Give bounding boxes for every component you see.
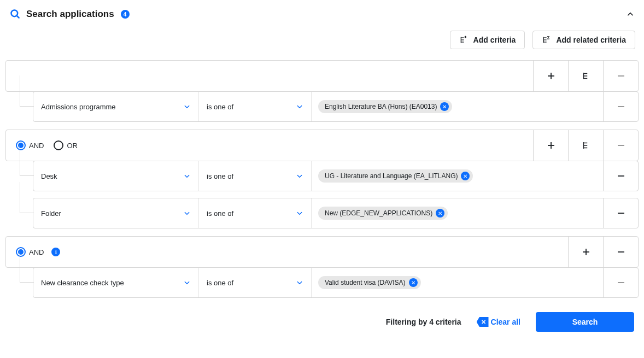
group-tree-button[interactable]: [568, 130, 603, 161]
criteria-row: Admissions programme is one of English L…: [33, 91, 639, 122]
field-label: Folder: [41, 209, 61, 218]
clear-all-label: Clear all: [491, 318, 520, 326]
radio-icon: [54, 140, 63, 150]
field-label: Desk: [41, 172, 57, 180]
add-criteria-icon: [459, 36, 468, 44]
row-remove-button[interactable]: [603, 198, 638, 228]
criteria-group: AND OR: [5, 130, 639, 161]
row-remove-button[interactable]: [603, 92, 638, 121]
add-criteria-button[interactable]: Add criteria: [450, 31, 525, 49]
svg-line-1: [17, 16, 19, 18]
group-add-button[interactable]: [533, 61, 568, 91]
add-related-criteria-label: Add related criteria: [556, 36, 626, 44]
chip-remove-icon[interactable]: ✕: [436, 209, 444, 218]
chip-label: New (EDGE_NEW_APPLICATIONS): [325, 209, 432, 217]
group-add-button[interactable]: [533, 130, 568, 161]
operator-select[interactable]: is one of: [199, 198, 312, 228]
criteria-count-badge: 4: [121, 10, 130, 19]
toolbar: Add criteria Add related criteria: [5, 27, 639, 60]
svg-point-12: [548, 38, 549, 38]
group-tree-button[interactable]: [568, 61, 603, 91]
chevron-down-icon: [296, 103, 303, 110]
criteria-group: [5, 60, 639, 92]
value-chip: English Literature BA (Hons) (EA0013) ✕: [318, 100, 452, 113]
group-remove-button[interactable]: [603, 130, 638, 161]
info-icon[interactable]: i: [51, 248, 60, 256]
field-select[interactable]: Admissions programme: [33, 92, 199, 121]
value-area[interactable]: New (EDGE_NEW_APPLICATIONS) ✕: [312, 198, 603, 228]
footer: Filtering by 4 criteria ✕ Clear all Sear…: [5, 298, 639, 332]
chip-remove-icon[interactable]: ✕: [440, 102, 449, 111]
chevron-down-icon: [183, 279, 191, 286]
value-chip: UG - Literature and Language (EA_LITLANG…: [318, 169, 473, 183]
operator-label: is one of: [207, 209, 233, 218]
chevron-down-icon: [296, 209, 303, 217]
radio-or[interactable]: OR: [54, 140, 78, 150]
search-button[interactable]: Search: [536, 312, 634, 332]
filter-status: Filtering by 4 criteria: [386, 318, 461, 326]
operator-select[interactable]: is one of: [199, 92, 312, 121]
header-left: Search applications 4: [10, 9, 130, 20]
search-icon: [10, 9, 21, 20]
field-select[interactable]: Folder: [33, 198, 199, 228]
chevron-down-icon: [183, 209, 191, 217]
clear-all-icon: ✕: [477, 317, 489, 327]
collapse-panel-button[interactable]: [627, 10, 634, 18]
field-select[interactable]: New clearance check type: [33, 268, 199, 297]
group-remove-button[interactable]: [603, 61, 638, 91]
operator-label: is one of: [207, 279, 233, 287]
operator-label: is one of: [207, 103, 233, 111]
search-header: Search applications 4: [5, 7, 639, 27]
chevron-down-icon: [296, 279, 303, 286]
group-add-button[interactable]: [568, 237, 603, 267]
chip-label: English Literature BA (Hons) (EA0013): [325, 103, 437, 110]
criteria-group: AND i: [5, 236, 639, 268]
chip-remove-icon[interactable]: ✕: [409, 278, 418, 287]
clear-all-button[interactable]: ✕ Clear all: [477, 317, 520, 327]
operator-select[interactable]: is one of: [199, 161, 312, 191]
row-remove-button[interactable]: [603, 268, 638, 297]
value-area[interactable]: Valid student visa (DAVISA) ✕: [312, 268, 603, 297]
row-remove-button[interactable]: [603, 161, 638, 191]
chip-label: Valid student visa (DAVISA): [325, 279, 406, 286]
field-label: Admissions programme: [41, 103, 116, 111]
field-label: New clearance check type: [41, 279, 124, 287]
chevron-down-icon: [183, 103, 191, 110]
value-area[interactable]: English Literature BA (Hons) (EA0013) ✕: [312, 92, 603, 121]
chip-label: UG - Literature and Language (EA_LITLANG…: [325, 172, 458, 180]
add-criteria-label: Add criteria: [473, 36, 516, 44]
criteria-row: Folder is one of New (EDGE_NEW_APPLICATI…: [33, 198, 639, 228]
value-chip: Valid student visa (DAVISA) ✕: [318, 276, 421, 289]
value-chip: New (EDGE_NEW_APPLICATIONS) ✕: [318, 207, 448, 220]
page-title: Search applications: [26, 9, 114, 20]
chip-remove-icon[interactable]: ✕: [461, 172, 470, 180]
chevron-down-icon: [296, 172, 303, 180]
group-remove-button[interactable]: [603, 237, 638, 267]
add-related-criteria-icon: [542, 36, 551, 44]
radio-or-label: OR: [67, 142, 78, 150]
operator-label: is one of: [207, 172, 233, 180]
value-area[interactable]: UG - Literature and Language (EA_LITLANG…: [312, 161, 603, 191]
criteria-row: Desk is one of UG - Literature and Langu…: [33, 161, 639, 191]
operator-select[interactable]: is one of: [199, 268, 312, 297]
criteria-row: New clearance check type is one of Valid…: [33, 267, 639, 298]
add-related-criteria-button[interactable]: Add related criteria: [532, 31, 635, 49]
chevron-down-icon: [183, 172, 191, 180]
field-select[interactable]: Desk: [33, 161, 199, 191]
